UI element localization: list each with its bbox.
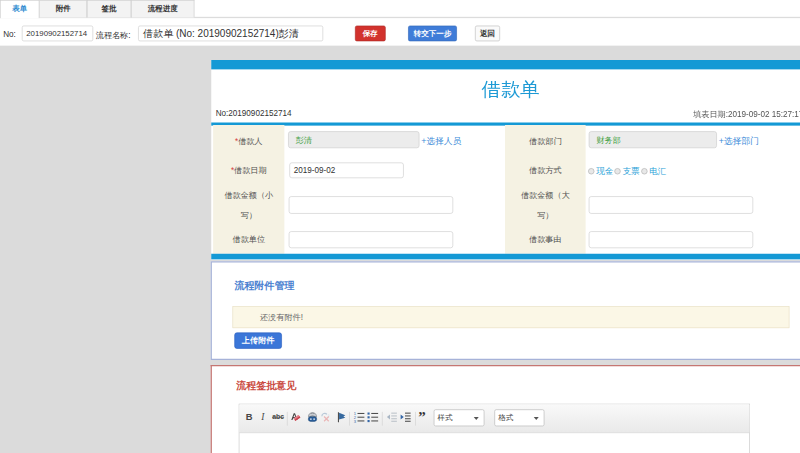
svg-text:3: 3 bbox=[354, 419, 357, 424]
